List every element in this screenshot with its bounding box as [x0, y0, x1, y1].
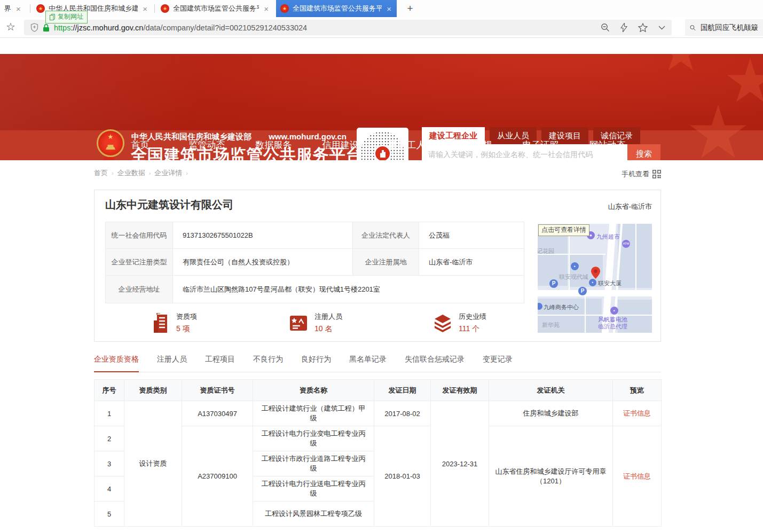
- url-field[interactable]: https://jzsc.mohurd.gov.cn/data/company/…: [24, 20, 672, 35]
- close-icon[interactable]: ×: [386, 5, 392, 13]
- header-issue-date: 发证日期: [374, 380, 431, 401]
- cell-seq: 4: [95, 476, 124, 502]
- nav-item-workers[interactable]: 建筑工人: [374, 130, 441, 160]
- close-icon[interactable]: ×: [263, 5, 270, 13]
- cell-qual-name: 工程设计电力行业送电工程专业丙级: [253, 476, 374, 502]
- nav-item-policy[interactable]: 政策法规: [441, 130, 507, 160]
- stat-registered-personnel: 注册人员 10 名: [289, 312, 342, 334]
- nav-item-home[interactable]: 首页: [107, 130, 174, 160]
- cell-authority: 山东省住房和城乡建设厅许可专用章（1201）: [489, 426, 613, 527]
- breadcrumb-separator: ›: [149, 170, 151, 176]
- tab-title: 全国建筑市场监管公共服务平台: [173, 4, 259, 13]
- detail-tabs: 企业资质资格 注册人员 工程项目 不良行为 良好行为 黑名单记录 失信联合惩戒记…: [94, 355, 661, 372]
- map-road: [538, 290, 652, 296]
- tab-projects[interactable]: 工程项目: [205, 355, 235, 372]
- zoom-out-icon[interactable]: [601, 23, 610, 32]
- cert-info-link[interactable]: 证书信息: [623, 472, 651, 480]
- qualification-building-icon: [153, 313, 170, 333]
- company-panel: 山东中元建筑设计有限公司 山东省-临沂市 统一社会信用代码 9137130267…: [94, 190, 661, 342]
- tab-enterprise-qualifications[interactable]: 企业资质资格: [94, 355, 139, 372]
- stat-label: 历史业绩: [459, 312, 486, 322]
- stat-value: 10 名: [314, 324, 342, 334]
- browser-tab-3[interactable]: ★ 全国建筑市场监管公共服务平台 ×: [156, 0, 274, 17]
- cell-qual-name: 工程设计市政行业道路工程专业丙级: [253, 451, 374, 476]
- map-label-garden: 记花园: [538, 247, 554, 255]
- building-pin-icon: ▪: [571, 262, 579, 270]
- stat-value: 5 项: [176, 324, 197, 334]
- breadcrumb-home[interactable]: 首页: [94, 168, 108, 178]
- close-icon[interactable]: ×: [15, 5, 22, 13]
- stat-qualifications: 资质项 5 项: [153, 312, 197, 334]
- header-qual-name: 资质名称: [253, 380, 374, 401]
- tab-bad-behavior[interactable]: 不良行为: [253, 355, 283, 372]
- battery-pin-icon: ▪: [610, 307, 618, 315]
- address-value: 临沂市兰山区陶然路107号星河晶都（联安）现代城1号楼2201室: [173, 276, 524, 303]
- browser-tab-1[interactable]: 界 ×: [0, 0, 27, 17]
- browser-urlbar: ☆ https://jzsc.mohurd.gov.cn/data/compan…: [0, 17, 763, 38]
- nav-item-data-service[interactable]: 数据服务: [240, 130, 307, 160]
- table-row: 统一社会信用代码 91371302675501022B 企业法定代表人 公茂福: [106, 222, 524, 249]
- tab-good-behavior[interactable]: 良好行为: [301, 355, 331, 372]
- map-label-battery-2: 临沂总代理: [598, 323, 627, 331]
- emblem-favicon: ★: [280, 4, 289, 13]
- tab-change-records[interactable]: 变更记录: [483, 355, 513, 372]
- nav-item-certificates[interactable]: 电子证照: [507, 130, 574, 160]
- map-label-business-center: 九峰商务中心: [544, 303, 579, 311]
- tab-registered-personnel[interactable]: 注册人员: [157, 355, 187, 372]
- cell-seq: 1: [95, 401, 124, 426]
- map-label-lianan-tower: 联安大厦: [598, 279, 622, 287]
- cell-qual-name: 工程设计风景园林工程专项乙级: [253, 502, 374, 527]
- company-name: 山东中元建筑设计有限公司: [105, 198, 233, 212]
- table-header-row: 序号 资质类别 资质证书号 资质名称 发证日期 发证有效期 发证机关 预览: [95, 380, 662, 401]
- map-tooltip: 点击可查看详情: [538, 224, 589, 236]
- close-icon[interactable]: ×: [141, 5, 148, 13]
- map-label-lianan-modern: 联安现代城: [559, 273, 588, 281]
- cell-cert-no: A237009100: [182, 426, 253, 527]
- legal-rep-value: 公茂福: [419, 222, 524, 249]
- legal-rep-label: 企业法定代表人: [353, 222, 419, 249]
- company-info-table: 统一社会信用代码 91371302675501022B 企业法定代表人 公茂福 …: [105, 222, 524, 303]
- breadcrumb-company-data[interactable]: 企业数据: [117, 168, 145, 178]
- header-authority: 发证机关: [489, 380, 613, 401]
- nav-item-site-news[interactable]: 网站动态: [574, 130, 641, 160]
- bookmark-star-icon[interactable]: ☆: [6, 20, 15, 33]
- stat-label: 注册人员: [314, 312, 342, 322]
- cell-issue-date: 2018-01-03: [374, 426, 431, 527]
- location-map[interactable]: 点击可查看详情 ● 九州超市 记花园 ATM ▪ 联安现代城 ▪ 联安大厦 P …: [538, 224, 652, 333]
- cell-issue-date: 2017-08-02: [374, 401, 431, 426]
- cell-cert-no: A137030497: [182, 401, 253, 426]
- mobile-view-link[interactable]: 手机查看: [622, 169, 661, 179]
- tab-separator: [30, 4, 30, 13]
- cell-seq: 5: [95, 502, 124, 527]
- reg-region-label: 企业注册属地: [353, 249, 419, 276]
- header-validity: 发证有效期: [431, 380, 489, 401]
- flash-icon[interactable]: [620, 23, 627, 32]
- search-icon: [690, 24, 696, 32]
- url-text: https://jzsc.mohurd.gov.cn/data/company/…: [54, 24, 307, 32]
- cell-qual-name: 工程设计建筑行业（建筑工程）甲级: [253, 401, 374, 426]
- parking-icon: P: [578, 287, 587, 295]
- quick-search-box[interactable]: 国航回应飞机颠簸: [685, 19, 763, 36]
- urlbar-action-icons: [601, 23, 665, 32]
- map-label-xinhua: 新华苑: [542, 321, 560, 329]
- company-region: 山东省-临沂市: [608, 202, 652, 212]
- cell-seq: 2: [95, 426, 124, 451]
- tab-dishonesty-records[interactable]: 失信联合惩戒记录: [405, 355, 465, 372]
- browser-tab-active[interactable]: ★ 全国建筑市场监管公共服务平台 ×: [276, 0, 397, 17]
- tab-blacklist[interactable]: 黑名单记录: [349, 355, 387, 372]
- browser-tabbar: 界 × ★ 中华人民共和国住房和城乡建设 × ★ 全国建筑市场监管公共服务平台 …: [0, 0, 763, 17]
- cell-validity: 2023-12-31: [431, 401, 489, 527]
- chevron-down-icon[interactable]: [658, 26, 665, 30]
- copy-icon: [50, 14, 55, 20]
- nav-item-supervision[interactable]: 监管动态: [174, 130, 240, 160]
- favorite-star-icon[interactable]: [638, 23, 648, 32]
- stat-past-performance: 历史业绩 111 个: [433, 312, 486, 334]
- mobile-view-label: 手机查看: [622, 169, 649, 179]
- cell-qual-name: 工程设计电力行业变电工程专业丙级: [253, 426, 374, 451]
- qualification-table: 序号 资质类别 资质证书号 资质名称 发证日期 发证有效期 发证机关 预览 1 …: [94, 379, 662, 527]
- shield-icon[interactable]: [30, 23, 38, 32]
- cell-authority: 住房和城乡建设部: [489, 401, 613, 426]
- cert-info-link[interactable]: 证书信息: [623, 409, 651, 417]
- new-tab-button[interactable]: +: [403, 2, 417, 15]
- nav-item-credit[interactable]: 信用建设: [307, 130, 374, 160]
